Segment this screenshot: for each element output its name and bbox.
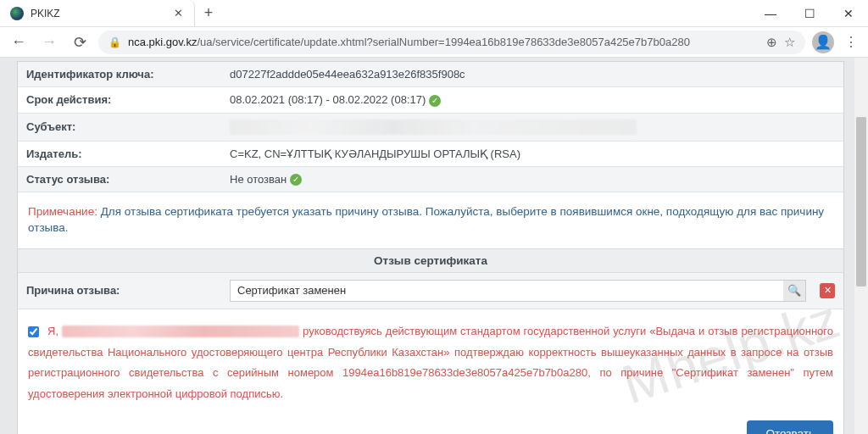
reload-button[interactable]: ⟳ <box>68 31 92 54</box>
key-id-label: Идентификатор ключа: <box>18 62 221 87</box>
main-panel: Идентификатор ключа: d07227f2addde05e44e… <box>17 61 844 434</box>
issuer-value: C=KZ, CN=ҰЛТТЫҚ КУӘЛАНДЫРУШЫ ОРТАЛЫҚ (RS… <box>221 141 843 166</box>
revoke-status-value: Не отозван✓ <box>221 166 843 192</box>
check-icon: ✓ <box>290 174 302 186</box>
redacted-name <box>62 326 299 337</box>
note-text: Примечание: Для отзыва сертификата требу… <box>18 192 843 248</box>
search-in-page-icon[interactable]: ⊕ <box>766 35 777 50</box>
confirmation-text: Я, руководствуясь действующим стандартом… <box>18 309 843 414</box>
window-minimize-button[interactable]: — <box>751 0 790 26</box>
reason-input[interactable]: Сертификат заменен 🔍 <box>230 280 806 302</box>
check-icon: ✓ <box>429 95 441 107</box>
menu-icon[interactable]: ⋮ <box>841 34 861 50</box>
revoke-button[interactable]: Отозвать <box>747 420 833 434</box>
section-title: Отзыв сертификата <box>18 248 843 273</box>
revoke-status-label: Статус отзыва: <box>18 166 221 192</box>
certificate-info-table: Идентификатор ключа: d07227f2addde05e44e… <box>18 62 843 192</box>
search-icon[interactable]: 🔍 <box>783 281 805 301</box>
tab-title: PKIKZ <box>31 8 165 19</box>
star-icon[interactable]: ☆ <box>784 35 795 50</box>
reason-row: Причина отзыва: Сертификат заменен 🔍 ✕ <box>18 273 843 309</box>
profile-avatar[interactable]: 👤 <box>812 31 834 53</box>
scrollbar-thumb[interactable] <box>856 117 866 287</box>
forward-button[interactable]: → <box>37 31 61 54</box>
reason-value: Сертификат заменен <box>231 284 783 297</box>
browser-tab[interactable]: PKIKZ ✕ <box>0 0 195 26</box>
favicon-icon <box>10 7 24 20</box>
table-row: Субъект: <box>18 113 843 141</box>
table-row: Срок действия: 08.02.2021 (08:17) - 08.0… <box>18 87 843 114</box>
issuer-label: Издатель: <box>18 141 221 166</box>
clear-reason-button[interactable]: ✕ <box>820 283 835 298</box>
window-maximize-button[interactable]: ☐ <box>790 0 829 26</box>
validity-label: Срок действия: <box>18 87 221 114</box>
close-icon[interactable]: ✕ <box>172 8 184 19</box>
window-close-button[interactable]: ✕ <box>829 0 868 26</box>
address-bar[interactable]: 🔒 nca.pki.gov.kz/ua/service/certificate/… <box>98 31 805 54</box>
redacted-text <box>230 120 637 135</box>
table-row: Статус отзыва: Не отозван✓ <box>18 166 843 192</box>
back-button[interactable]: ← <box>7 31 31 54</box>
table-row: Идентификатор ключа: d07227f2addde05e44e… <box>18 62 843 87</box>
validity-value: 08.02.2021 (08:17) - 08.02.2022 (08:17)✓ <box>221 87 843 114</box>
key-id-value: d07227f2addde05e44eea632a913e26f835f908c <box>221 62 843 87</box>
table-row: Издатель: C=KZ, CN=ҰЛТТЫҚ КУӘЛАНДЫРУШЫ О… <box>18 141 843 166</box>
subject-label: Субъект: <box>18 113 221 141</box>
lock-icon: 🔒 <box>108 36 121 48</box>
scrollbar[interactable] <box>854 58 868 434</box>
reason-label: Причина отзыва: <box>26 284 220 297</box>
confirm-checkbox[interactable] <box>28 326 39 337</box>
subject-value <box>221 113 843 141</box>
url-text: nca.pki.gov.kz/ua/service/certificate/up… <box>128 36 760 48</box>
new-tab-button[interactable]: + <box>195 0 222 26</box>
